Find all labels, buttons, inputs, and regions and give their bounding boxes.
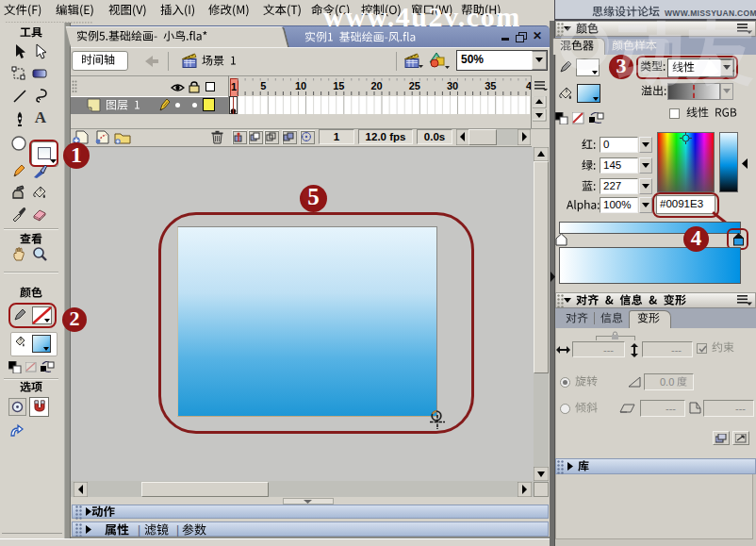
svg-text:4: 4 [691, 225, 702, 249]
svg-text:1: 1 [71, 141, 82, 166]
svg-text:A: A [35, 109, 47, 126]
svg-text:5: 5 [307, 184, 320, 209]
svg-text:2: 2 [70, 306, 80, 330]
